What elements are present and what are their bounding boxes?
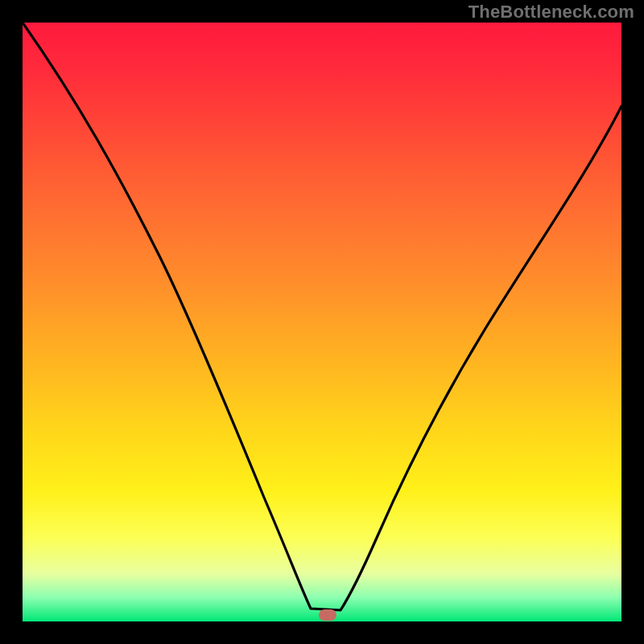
optimal-point-marker — [319, 609, 336, 621]
heatmap-gradient — [23, 23, 621, 621]
plot-area — [23, 23, 621, 621]
chart-frame: TheBottleneck.com — [0, 0, 644, 644]
watermark-text: TheBottleneck.com — [469, 2, 634, 23]
